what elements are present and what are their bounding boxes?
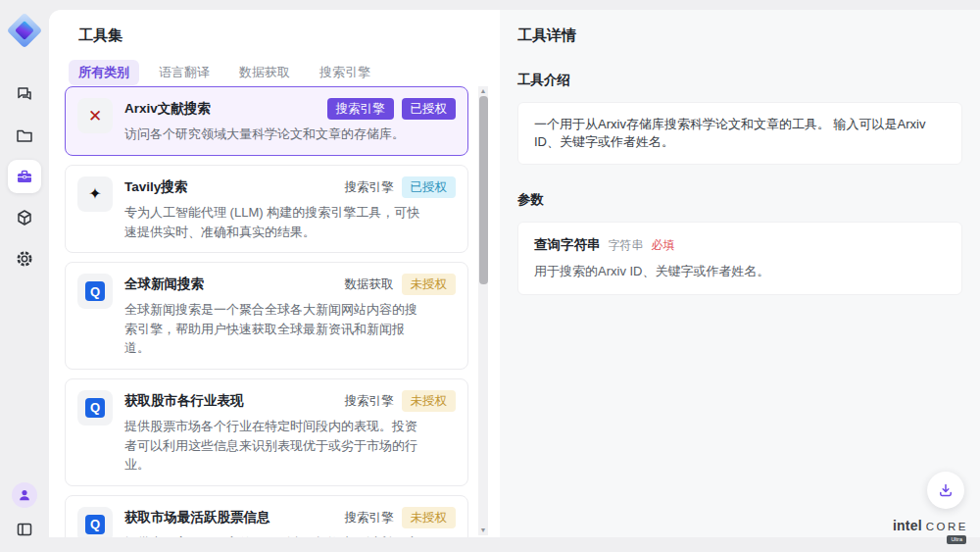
tool-card[interactable]: ✕ Arxiv文献搜索 搜索引擎 已授权 访问各个研究领域大量科学论文和文章的存… bbox=[65, 86, 468, 156]
category-tab[interactable]: 语言翻译 bbox=[149, 60, 220, 85]
tool-card[interactable]: Q 获取市场最活跃股票信息 搜索引擎 未授权 提供当天交易量最高的股票列表，投资… bbox=[65, 495, 468, 538]
tool-status-badge: 未授权 bbox=[402, 274, 457, 295]
tool-card-top: Arxiv文献搜索 搜索引擎 已授权 bbox=[124, 98, 456, 120]
tools-panel: 工具集 所有类别 语言翻译 数据获取 搜索引擎 ✕ Arxiv文献搜索 搜索引擎… bbox=[49, 10, 500, 537]
tool-name: 获取股市各行业表现 bbox=[124, 390, 244, 410]
tool-badges: 搜索引擎 已授权 bbox=[345, 176, 457, 198]
param-header: 查询字符串 字符串 必填 bbox=[534, 236, 946, 254]
tool-status-badge: 已授权 bbox=[402, 98, 457, 120]
tool-card-main: 获取市场最活跃股票信息 搜索引擎 未授权 提供当天交易量最高的股票列表，投资者可… bbox=[124, 507, 456, 538]
scrollbar-thumb[interactable] bbox=[479, 96, 488, 284]
arxiv-icon: ✕ bbox=[88, 108, 102, 125]
tool-card[interactable]: ✦ Tavily搜索 搜索引擎 已授权 专为人工智能代理 (LLM) 构建的搜索… bbox=[65, 165, 468, 253]
tool-card-top: 全球新闻搜索 数据获取 未授权 bbox=[124, 274, 456, 295]
category-tab[interactable]: 所有类别 bbox=[69, 60, 139, 85]
core-wordmark: CORE bbox=[926, 521, 968, 532]
intel-wordmark: intel bbox=[893, 518, 922, 533]
param-required-badge: 必填 bbox=[652, 237, 675, 254]
tool-category-badge: 搜索引擎 bbox=[345, 176, 394, 198]
app-logo bbox=[7, 13, 42, 48]
tool-status-badge: 未授权 bbox=[402, 390, 457, 412]
collapse-sidebar-button[interactable] bbox=[12, 517, 37, 542]
tool-card-top: 获取股市各行业表现 搜索引擎 未授权 bbox=[124, 390, 456, 412]
tool-icon-box: Q bbox=[77, 507, 113, 538]
tool-badges: 数据获取 未授权 bbox=[345, 274, 457, 295]
tool-description: 提供当天交易量最高的股票列表，投资者可以利用这些信息来识别流动性强的股票和潜在的… bbox=[124, 533, 422, 537]
tool-icon-box: Q bbox=[77, 274, 113, 309]
sidebar-item-settings[interactable] bbox=[8, 242, 41, 276]
app-window: 工具集 所有类别 语言翻译 数据获取 搜索引擎 ✕ Arxiv文献搜索 搜索引擎… bbox=[0, 0, 980, 552]
detail-title: 工具详情 bbox=[517, 26, 962, 45]
folder-icon bbox=[15, 125, 34, 145]
tool-name: 全球新闻搜索 bbox=[124, 274, 204, 293]
scroll-up-icon[interactable]: ▲ bbox=[480, 86, 487, 96]
category-tab[interactable]: 搜索引擎 bbox=[310, 60, 380, 85]
tool-description: 专为人工智能代理 (LLM) 构建的搜索引擎工具，可快速提供实时、准确和真实的结… bbox=[124, 203, 422, 241]
tool-card[interactable]: Q 获取股市各行业表现 搜索引擎 未授权 提供股票市场各个行业在特定时间段内的表… bbox=[65, 378, 468, 486]
download-button[interactable] bbox=[927, 472, 964, 509]
tool-category-badge: 搜索引擎 bbox=[327, 98, 394, 120]
tool-description: 提供股票市场各个行业在特定时间段内的表现。投资者可以利用这些信息来识别表现优于或… bbox=[124, 417, 422, 475]
tool-icon-box: Q bbox=[77, 390, 113, 426]
q-search-icon: Q bbox=[85, 515, 105, 534]
tool-category-badge: 搜索引擎 bbox=[345, 507, 394, 528]
sidebar-item-plugins[interactable] bbox=[8, 201, 41, 234]
content-area: 工具集 所有类别 语言翻译 数据获取 搜索引擎 ✕ Arxiv文献搜索 搜索引擎… bbox=[49, 10, 980, 537]
param-description: 用于搜索的Arxiv ID、关键字或作者姓名。 bbox=[534, 263, 946, 280]
sparkle-icon: ✦ bbox=[88, 186, 101, 202]
tool-category-badge: 数据获取 bbox=[345, 274, 394, 295]
sidebar-item-files[interactable] bbox=[8, 119, 41, 152]
tool-card-main: 获取股市各行业表现 搜索引擎 未授权 提供股票市场各个行业在特定时间段内的表现。… bbox=[124, 390, 456, 475]
chat-icon bbox=[15, 84, 34, 104]
intro-card: 一个用于从Arxiv存储库搜索科学论文和文章的工具。 输入可以是Arxiv ID… bbox=[517, 102, 962, 165]
download-icon bbox=[938, 482, 954, 498]
detail-panel: 工具详情 工具介绍 一个用于从Arxiv存储库搜索科学论文和文章的工具。 输入可… bbox=[500, 10, 980, 537]
tool-card-main: Arxiv文献搜索 搜索引擎 已授权 访问各个研究领域大量科学论文和文章的存储库… bbox=[124, 98, 456, 144]
tool-badges: 搜索引擎 未授权 bbox=[345, 390, 457, 412]
sidebar-item-toolbox[interactable] bbox=[8, 160, 41, 193]
tool-status-badge: 已授权 bbox=[402, 176, 457, 198]
ultra-badge: Ultra bbox=[947, 535, 966, 544]
tool-card-top: 获取市场最活跃股票信息 搜索引擎 未授权 bbox=[124, 507, 456, 528]
category-tab[interactable]: 数据获取 bbox=[229, 60, 300, 85]
category-tabs: 所有类别 语言翻译 数据获取 搜索引擎 bbox=[69, 60, 500, 85]
tool-name: Tavily搜索 bbox=[124, 176, 187, 196]
intro-heading: 工具介绍 bbox=[517, 72, 962, 89]
user-avatar[interactable] bbox=[12, 482, 37, 508]
tool-icon-box: ✦ bbox=[77, 176, 113, 212]
tool-description: 访问各个研究领域大量科学论文和文章的存储库。 bbox=[124, 125, 422, 144]
tool-card-top: Tavily搜索 搜索引擎 已授权 bbox=[124, 176, 456, 198]
tool-badges: 搜索引擎 已授权 bbox=[327, 98, 457, 120]
param-card: 查询字符串 字符串 必填 用于搜索的Arxiv ID、关键字或作者姓名。 bbox=[517, 222, 962, 295]
toolbox-icon bbox=[15, 167, 34, 186]
tool-description: 全球新闻搜索是一个聚合全球各大新闻网站内容的搜索引擎，帮助用户快速获取全球最新资… bbox=[124, 300, 422, 358]
tool-card-main: 全球新闻搜索 数据获取 未授权 全球新闻搜索是一个聚合全球各大新闻网站内容的搜索… bbox=[124, 274, 456, 358]
person-icon bbox=[17, 487, 32, 503]
tool-name: Arxiv文献搜索 bbox=[124, 98, 211, 118]
tool-badges: 搜索引擎 未授权 bbox=[345, 507, 457, 528]
sidebar-item-chat[interactable] bbox=[8, 77, 41, 111]
tool-icon-box: ✕ bbox=[77, 98, 113, 133]
tools-panel-title: 工具集 bbox=[49, 10, 500, 45]
tool-name: 获取市场最活跃股票信息 bbox=[124, 507, 270, 527]
cube-icon bbox=[15, 208, 34, 227]
rail-bottom bbox=[12, 482, 37, 542]
tool-list: ✕ Arxiv文献搜索 搜索引擎 已授权 访问各个研究领域大量科学论文和文章的存… bbox=[65, 86, 468, 537]
scroll-down-icon[interactable]: ▼ bbox=[480, 526, 487, 535]
q-search-icon: Q bbox=[85, 281, 105, 301]
tool-status-badge: 未授权 bbox=[402, 507, 457, 528]
left-rail bbox=[0, 0, 49, 552]
gear-icon bbox=[15, 249, 34, 269]
rail-nav bbox=[8, 77, 41, 276]
tool-category-badge: 搜索引擎 bbox=[345, 390, 394, 412]
tool-card[interactable]: Q 全球新闻搜索 数据获取 未授权 全球新闻搜索是一个聚合全球各大新闻网站内容的… bbox=[65, 262, 468, 370]
params-heading: 参数 bbox=[517, 191, 962, 209]
param-name: 查询字符串 bbox=[534, 236, 601, 254]
intel-core-logo: intelCORE Ultra bbox=[893, 517, 968, 544]
tool-list-scrollbar[interactable]: ▲ ▼ bbox=[478, 86, 488, 535]
param-type: 字符串 bbox=[609, 237, 644, 254]
q-search-icon: Q bbox=[85, 398, 105, 418]
tool-card-main: Tavily搜索 搜索引擎 已授权 专为人工智能代理 (LLM) 构建的搜索引擎… bbox=[124, 176, 456, 241]
collapse-panel-icon bbox=[15, 520, 34, 539]
